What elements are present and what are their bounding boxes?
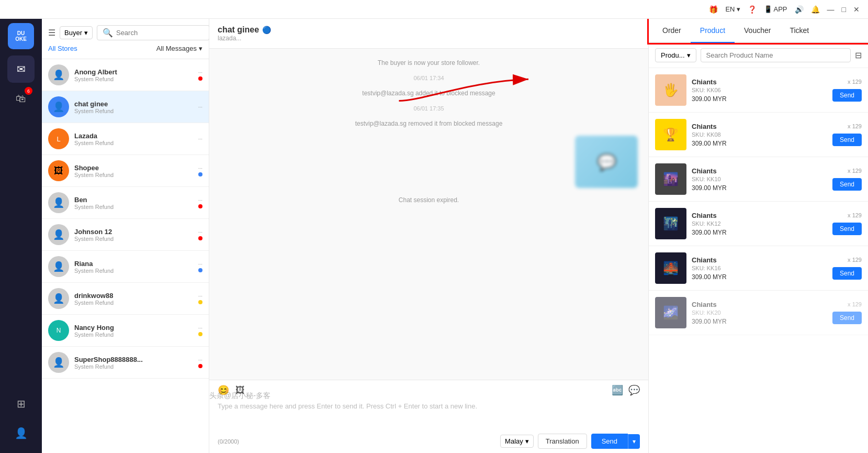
maximize-icon[interactable]: □ (842, 5, 846, 14)
product-sku: SKU: KK16 (692, 265, 827, 271)
top-bar: 🎁 EN ▾ ❓ 📱 APP 🔊 🔔 — □ ✕ (0, 0, 868, 19)
send-product-button[interactable]: Send (832, 89, 862, 102)
tab-product[interactable]: Product (691, 19, 735, 43)
search-input[interactable] (116, 29, 204, 37)
search-icon: 🔍 (103, 28, 113, 38)
product-item: 🖐 Chiants SKU: KK06 309.00 MYR x 129 Sen… (649, 68, 868, 113)
unread-dot (198, 364, 202, 368)
tab-voucher[interactable]: Voucher (735, 19, 780, 43)
left-sidebar: DUOKE ✉ 🛍 6 ⊞ 👤 (0, 19, 42, 453)
chat-name: chat ginee (218, 25, 259, 35)
unread-dot (198, 332, 202, 336)
buyer-selector[interactable]: Buyer ▾ (60, 26, 93, 39)
product-stock: x 129 (848, 79, 862, 85)
conv-item-shopee[interactable]: 🖼 Shopee System Refund ··· (42, 155, 209, 187)
unread-dot (198, 204, 202, 208)
message-list-panel: ☰ Buyer ▾ 🔍 All Stores All Messages ▾ (42, 19, 209, 453)
product-image: 🌆 (655, 163, 686, 195)
product-sku: SKU: KK20 (692, 310, 827, 316)
menu-icon[interactable]: ☰ (48, 28, 55, 38)
conv-item-nancy[interactable]: N Nancy Hong System Refund ··· (42, 315, 209, 347)
panel-header: ☰ Buyer ▾ 🔍 All Stores All Messages ▾ (42, 19, 209, 59)
template-icon[interactable]: 💬 (628, 384, 640, 396)
sidebar-item-grid[interactable]: ⊞ (7, 390, 35, 417)
conv-item-ben[interactable]: 👤 Ben System Refund ··· (42, 187, 209, 219)
unread-dot (198, 268, 202, 272)
conv-item-lazada[interactable]: L Lazada System Refund ··· (42, 123, 209, 155)
close-icon[interactable]: ✕ (853, 5, 860, 14)
timestamp: 06/01 17:34 (220, 75, 638, 81)
minimize-icon[interactable]: — (827, 5, 835, 14)
product-name: Chiants (692, 212, 827, 219)
product-stock: x 129 (848, 212, 862, 218)
product-item: 🌃 Chiants SKU: KK12 309.00 MYR x 129 Sen… (649, 202, 868, 246)
message-input[interactable]: Type a message here and press Enter to s… (209, 398, 648, 429)
gift-icon[interactable]: 🎁 (709, 5, 718, 14)
product-image: 🖐 (655, 74, 686, 106)
conv-item-drinkwow[interactable]: 👤 drinkwow88 System Refund ··· (42, 283, 209, 315)
all-messages-button[interactable]: All Messages ▾ (156, 45, 202, 52)
sidebar-item-user[interactable]: 👤 (7, 419, 35, 447)
sidebar-item-messages[interactable]: ✉ (7, 56, 35, 83)
session-expired-message: Chat session expired. (220, 196, 638, 204)
send-product-button[interactable]: Send (832, 223, 862, 235)
product-item: 🌆 Chiants SKU: KK10 309.00 MYR x 129 Sen… (649, 157, 868, 202)
system-message: The buyer is now your store follower. (220, 59, 638, 67)
image-icon[interactable]: 🖼 (235, 385, 245, 396)
chat-header: chat ginee 🔵 lazada... (209, 19, 648, 49)
avatar: 👤 (48, 192, 69, 213)
emoji-icon[interactable]: 😊 (218, 384, 229, 396)
product-item: 🏆 Chiants SKU: KK08 309.00 MYR x 129 Sen… (649, 113, 868, 157)
send-product-button[interactable]: Send (832, 267, 862, 280)
product-price: 309.00 MYR (692, 229, 827, 236)
product-stock: x 129 (848, 168, 862, 174)
product-filter-dropdown[interactable]: Produ... ▾ (655, 48, 696, 62)
sort-icon[interactable]: ⊟ (855, 50, 862, 60)
sidebar-item-shop[interactable]: 🛍 6 (7, 85, 35, 112)
send-product-button[interactable]: Send (832, 178, 862, 191)
timestamp: 06/01 17:35 (220, 105, 638, 112)
avatar: 👤 (48, 352, 69, 373)
volume-icon[interactable]: 🔊 (795, 5, 804, 14)
avatar: 🖼 (48, 160, 69, 181)
product-search-input[interactable] (701, 48, 851, 62)
avatar: 👤 (48, 64, 69, 85)
conv-item-supershop[interactable]: 👤 SuperShop8888888... System Refund ··· (42, 347, 209, 379)
conv-item-johnson[interactable]: 👤 Johnson 12 System Refund ··· (42, 219, 209, 251)
translate-icon[interactable]: 🔤 (612, 384, 623, 396)
language-selector[interactable]: EN ▾ (725, 5, 740, 13)
translation-button[interactable]: Translation (538, 434, 587, 449)
tab-ticket[interactable]: Ticket (780, 19, 818, 43)
input-actions: Malay ▾ Translation Send ▾ (500, 434, 640, 449)
product-image: 🌉 (655, 252, 686, 284)
avatar: 👤 (48, 288, 69, 309)
conv-item-anong[interactable]: 👤 Anong Albert System Refund ··· (42, 59, 209, 91)
send-dropdown-button[interactable]: ▾ (628, 434, 640, 449)
conv-item-riana[interactable]: 👤 Riana System Refund ··· (42, 251, 209, 283)
product-price: 309.00 MYR (692, 95, 827, 103)
send-product-button[interactable]: Send (832, 312, 862, 324)
char-count: (0/2000) (218, 438, 239, 445)
product-name: Chiants (692, 78, 827, 86)
product-sku: SKU: KK10 (692, 176, 827, 182)
avatar: 👤 (48, 96, 69, 117)
language-dropdown[interactable]: Malay ▾ (500, 435, 534, 448)
help-icon[interactable]: ❓ (748, 5, 757, 14)
conv-item-chat-ginee[interactable]: 👤 chat ginee System Refund ··· (42, 91, 209, 123)
shop-badge: 6 (25, 87, 32, 95)
all-stores-link[interactable]: All Stores (48, 45, 77, 52)
tab-order[interactable]: Order (653, 19, 691, 43)
app-button[interactable]: 📱 APP (764, 5, 787, 13)
search-box[interactable]: 🔍 (97, 25, 210, 40)
right-panel-tabs: Order Product Voucher Ticket (649, 19, 868, 43)
unread-dot (198, 300, 202, 304)
notification-icon[interactable]: 🔔 (811, 5, 820, 14)
send-button[interactable]: Send (591, 434, 628, 449)
product-item: 🌉 Chiants SKU: KK16 309.00 MYR x 129 Sen… (649, 246, 868, 291)
message-image: 💬 (575, 136, 638, 188)
right-panel-toolbar: Produ... ▾ ⊟ (649, 43, 868, 68)
send-product-button[interactable]: Send (832, 134, 862, 146)
product-price: 309.00 MYR (692, 273, 827, 281)
unread-dot (198, 76, 202, 81)
product-list: 🖐 Chiants SKU: KK06 309.00 MYR x 129 Sen… (649, 68, 868, 453)
